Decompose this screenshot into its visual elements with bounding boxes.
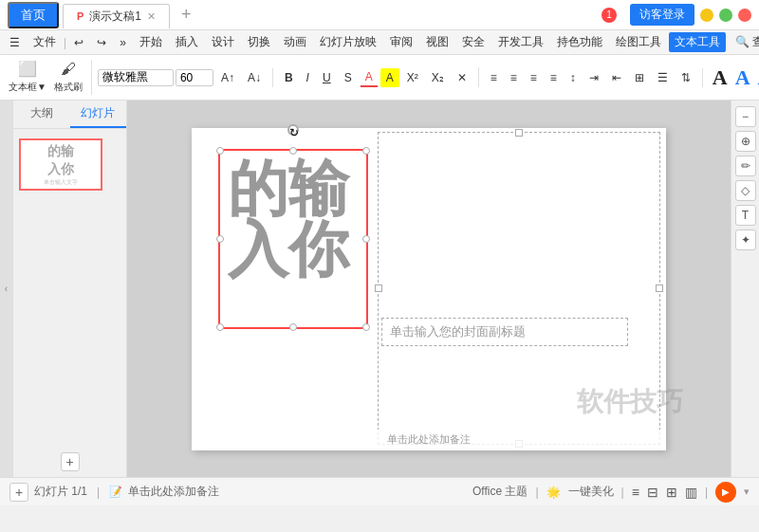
- align-justify-button[interactable]: ≡: [545, 68, 563, 87]
- main-text-content[interactable]: 的输入你: [220, 151, 366, 287]
- text-box-selected[interactable]: ↻ 的输入你: [218, 149, 368, 329]
- align-center-button[interactable]: ≡: [505, 68, 523, 87]
- tool-pencil-button[interactable]: ✏: [735, 156, 756, 176]
- view-normal-button[interactable]: ⊟: [647, 485, 658, 500]
- handle-tl[interactable]: [216, 147, 224, 155]
- menu-transition[interactable]: 切换: [242, 32, 276, 52]
- add-tab-button[interactable]: +: [174, 5, 199, 25]
- menu-file[interactable]: 文件: [28, 32, 62, 52]
- text-frame-icon: ⬜: [18, 60, 37, 78]
- handle-tr[interactable]: [362, 147, 370, 155]
- slide-canvas[interactable]: ↻ 的输入你 单击输入您的封面副标题 单击此处添加备注: [192, 128, 666, 450]
- superscript-button[interactable]: X₂: [426, 68, 450, 87]
- view-outline-button[interactable]: ≡: [632, 485, 639, 500]
- minimize-button[interactable]: [700, 9, 713, 22]
- handle-mr[interactable]: [362, 235, 370, 243]
- tool-textbox-button[interactable]: T: [735, 205, 756, 226]
- tool-layers-button[interactable]: ⊕: [735, 131, 756, 152]
- highlight-button[interactable]: A: [380, 68, 399, 87]
- dashed-handle-left[interactable]: [375, 284, 382, 292]
- char-spacing-button[interactable]: X²: [401, 68, 424, 87]
- handle-br[interactable]: [362, 323, 370, 331]
- menu-undo[interactable]: ↩: [68, 34, 89, 51]
- panel-collapse-button[interactable]: ‹: [0, 101, 13, 477]
- maximize-button[interactable]: [719, 9, 732, 22]
- left-panel: 大纲 幻灯片 1 的输入你 单击输入文字 +: [13, 101, 127, 477]
- list-button[interactable]: ⊞: [629, 68, 650, 87]
- font-name-input[interactable]: [98, 69, 174, 86]
- menu-more[interactable]: »: [114, 34, 132, 51]
- canvas-area: ↻ 的输入你 单击输入您的封面副标题 单击此处添加备注 软件技巧: [127, 101, 731, 477]
- menu-design[interactable]: 设计: [206, 32, 240, 52]
- note-area[interactable]: 单击此处添加备注: [192, 430, 666, 450]
- menu-sep1: |: [64, 36, 66, 49]
- menu-special[interactable]: 持色功能: [551, 32, 608, 52]
- beautify-label[interactable]: 一键美化: [568, 484, 614, 500]
- handle-bl[interactable]: [216, 323, 224, 331]
- view-slide-button[interactable]: ▥: [685, 485, 697, 500]
- indent-inc-button[interactable]: ⇥: [583, 68, 604, 87]
- bold-button[interactable]: B: [279, 68, 299, 87]
- rotate-handle[interactable]: ↻: [287, 124, 299, 136]
- add-slide-button[interactable]: +: [61, 452, 80, 471]
- beautify-icon: 🌟: [546, 486, 561, 499]
- menu-search[interactable]: 🔍 查找: [730, 32, 759, 52]
- align-left-button[interactable]: ≡: [485, 68, 503, 87]
- statusbar-add-slide-button[interactable]: +: [9, 483, 28, 502]
- outline-tab[interactable]: 大纲: [13, 101, 70, 128]
- toolbar-font-group: A↑ A↓: [98, 68, 273, 87]
- slides-tab[interactable]: 幻灯片: [70, 101, 127, 128]
- tool-minus-button[interactable]: −: [735, 106, 756, 127]
- slide-thumbnail[interactable]: 的输入你 单击输入文字: [19, 138, 102, 191]
- slide-info-label: 幻灯片 1/1: [34, 484, 87, 500]
- italic-button[interactable]: I: [301, 68, 315, 87]
- menu-security[interactable]: 安全: [456, 32, 491, 52]
- text-sample-2[interactable]: A: [735, 65, 750, 90]
- menu-review[interactable]: 审阅: [384, 32, 418, 52]
- strikethrough-button[interactable]: S: [339, 68, 358, 87]
- align-right-button[interactable]: ≡: [525, 68, 543, 87]
- tab-close-icon[interactable]: ✕: [147, 10, 156, 23]
- text-sample-1[interactable]: A: [713, 65, 728, 90]
- play-dropdown-icon[interactable]: ▾: [744, 486, 750, 498]
- badge-count: 1: [602, 8, 617, 23]
- underline-button[interactable]: U: [317, 68, 337, 87]
- menu-slideshow[interactable]: 幻灯片放映: [314, 32, 382, 52]
- menu-text-tools[interactable]: 文本工具: [669, 32, 726, 52]
- text-dir-button[interactable]: ⇅: [676, 68, 696, 87]
- handle-ml[interactable]: [216, 235, 224, 243]
- menu-draw-tools[interactable]: 绘图工具: [610, 32, 667, 52]
- subtitle-box[interactable]: 单击输入您的封面副标题: [381, 318, 628, 346]
- num-list-button[interactable]: ☰: [652, 68, 674, 87]
- menu-animation[interactable]: 动画: [278, 32, 312, 52]
- text-frame-button[interactable]: 文本框▼: [6, 80, 49, 95]
- handle-bc[interactable]: [289, 323, 297, 331]
- font-size-input[interactable]: [176, 69, 213, 86]
- menu-hamburger[interactable]: ☰: [4, 34, 26, 51]
- thumb-content: 的输入你 单击输入文字: [44, 142, 78, 186]
- note-label: 单击此处添加备注: [128, 484, 219, 500]
- menu-insert[interactable]: 插入: [170, 32, 204, 52]
- format-brush-button[interactable]: 格式刷: [51, 80, 85, 95]
- active-tab[interactable]: P 演示文稿1 ✕: [63, 4, 170, 28]
- home-button[interactable]: 首页: [8, 2, 59, 28]
- handle-tc[interactable]: [289, 147, 297, 155]
- tool-shape-button[interactable]: ◇: [735, 180, 756, 201]
- menu-start[interactable]: 开始: [134, 32, 168, 52]
- line-spacing-button[interactable]: ↕: [565, 68, 582, 87]
- menu-dev-tools[interactable]: 开发工具: [492, 32, 549, 52]
- decrease-font-button[interactable]: A↓: [242, 68, 267, 87]
- play-button[interactable]: ▶: [715, 482, 736, 503]
- tool-magic-button[interactable]: ✦: [735, 229, 756, 250]
- menu-redo[interactable]: ↪: [91, 34, 112, 51]
- dashed-handle-right[interactable]: [656, 284, 663, 292]
- visit-login-button[interactable]: 访客登录: [630, 4, 694, 26]
- close-button[interactable]: [738, 9, 751, 22]
- view-grid-button[interactable]: ⊞: [666, 485, 677, 500]
- menu-view[interactable]: 视图: [420, 32, 454, 52]
- indent-dec-button[interactable]: ⇤: [606, 68, 627, 87]
- increase-font-button[interactable]: A↑: [215, 68, 240, 87]
- clear-format-button[interactable]: ✕: [452, 68, 472, 87]
- dashed-handle-top[interactable]: [515, 129, 523, 137]
- font-color-button[interactable]: A: [360, 67, 379, 87]
